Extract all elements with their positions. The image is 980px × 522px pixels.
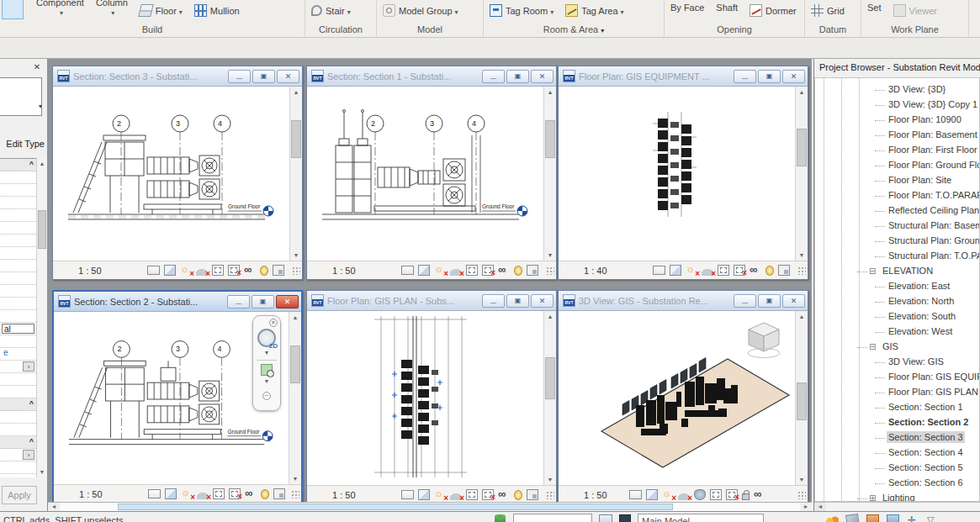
close-button[interactable] — [782, 294, 805, 308]
viewport-canvas[interactable]: ▲ ▼ — [559, 311, 808, 485]
visual-style-icon[interactable] — [670, 265, 681, 276]
resize-grip[interactable] — [797, 491, 806, 499]
properties-scrollbar[interactable]: ▲ ▼ — [36, 158, 47, 477]
temporary-hide-icon[interactable] — [498, 265, 510, 276]
resize-grip[interactable] — [292, 266, 300, 275]
vertical-scrollbar[interactable]: ▲ ▼ — [289, 87, 302, 261]
restore-button[interactable] — [252, 295, 274, 308]
ribbon-button-mullion[interactable]: Mullion — [194, 4, 240, 17]
properties-group-header[interactable]: ^ — [0, 398, 36, 411]
crop-region-icon[interactable] — [229, 488, 241, 499]
ribbon-button-component[interactable]: Component — [36, 0, 84, 18]
restore-button[interactable] — [506, 70, 529, 83]
viewport-titlebar[interactable]: Floor Plan: GIS PLAN - Subs... — [307, 291, 556, 311]
visual-style-icon[interactable] — [418, 489, 430, 500]
tree-item-floor-plan-t-o-parapet[interactable]: Floor Plan: T.O.PARAPET — [815, 187, 979, 203]
active-tool-fragment[interactable] — [2, 0, 24, 19]
viewport-section-3[interactable]: Section: Section 3 - Substati... — [52, 66, 303, 280]
view-scale[interactable]: 1 : 50 — [78, 266, 102, 276]
tree-item-3d-view-3d[interactable]: 3D View: {3D} — [815, 82, 979, 97]
detail-level-icon[interactable] — [147, 266, 160, 275]
viewport-floor-plan-gis-equipment[interactable]: Floor Plan: GIS EQUIPMENT ... ▲ — [558, 66, 808, 280]
properties-group-header[interactable]: ^ — [0, 159, 36, 171]
crop-region-icon[interactable] — [726, 489, 738, 500]
scroll-up-icon[interactable]: ▲ — [290, 87, 302, 98]
reveal-hidden-icon[interactable] — [514, 490, 522, 500]
tree-item-lighting[interactable]: ⊞Lighting — [815, 490, 979, 502]
scroll-up-icon[interactable]: ▲ — [544, 311, 556, 322]
zoom-icon[interactable] — [261, 364, 273, 376]
scrollbar-thumb[interactable] — [291, 120, 301, 158]
shadows-icon[interactable] — [678, 489, 690, 500]
scroll-up-icon[interactable]: ▲ — [37, 158, 47, 169]
minimize-button[interactable] — [482, 70, 505, 83]
detail-level-icon[interactable] — [653, 266, 665, 275]
select-elements-by-face-icon[interactable] — [907, 514, 919, 522]
scrollbar-thumb[interactable] — [545, 357, 555, 399]
ribbon-button-dormer[interactable]: Dormer — [750, 4, 797, 17]
view-scale[interactable]: 1 : 50 — [79, 489, 103, 499]
ribbon-panel-label[interactable]: Model — [377, 21, 483, 38]
ribbon-button-column[interactable]: Column — [96, 0, 128, 18]
restore-button[interactable] — [758, 70, 781, 83]
tree-item-elevation-west[interactable]: Elevation: West — [815, 324, 979, 339]
vertical-scrollbar[interactable]: ▲ ▼ — [543, 311, 556, 485]
tree-item-section-section-4[interactable]: Section: Section 4 — [815, 445, 979, 460]
chevron-down-icon[interactable]: ▼ — [264, 350, 270, 356]
close-icon[interactable]: ✕ — [31, 61, 43, 73]
viewport-section-1[interactable]: Section: Section 1 - Substati... — [306, 66, 557, 280]
vertical-scrollbar[interactable]: ▲ ▼ — [795, 311, 808, 485]
viewport-3d-gis[interactable]: 3D View: GIS - Substation Re... — [558, 290, 808, 504]
tree-item-section-section-2[interactable]: Section: Section 2 — [815, 414, 979, 430]
visual-style-icon[interactable] — [418, 265, 430, 276]
property-link-value[interactable]: e — [0, 348, 36, 361]
expand-icon[interactable]: ⊞ — [869, 491, 879, 502]
tree-item-reflected-ceiling-plan-10[interactable]: Reflected Ceiling Plan: 10 — [815, 203, 979, 218]
detail-level-icon[interactable] — [401, 266, 414, 275]
type-selector[interactable] — [0, 77, 42, 116]
ribbon-panel-label[interactable]: Work Plane — [861, 21, 968, 38]
close-icon[interactable]: ✕ — [269, 319, 278, 327]
worksharing-display-icon[interactable] — [826, 514, 839, 522]
viewport-floor-plan-gis-plan[interactable]: Floor Plan: GIS PLAN - Subs... — [306, 290, 557, 504]
close-button[interactable] — [531, 294, 554, 308]
ribbon-button-tag-room[interactable]: Tag Room — [490, 4, 554, 17]
scroll-left-icon[interactable]: ◂ — [48, 503, 60, 511]
apply-button[interactable]: Apply — [2, 486, 37, 504]
design-option-field[interactable]: Main Model — [638, 514, 764, 522]
crop-view-icon[interactable] — [212, 265, 224, 276]
detail-level-icon[interactable] — [148, 489, 161, 498]
scroll-down-icon[interactable]: ▼ — [796, 250, 808, 261]
ribbon-button-shaft[interactable]: Shaft — [716, 3, 738, 12]
ribbon-panel-label[interactable]: Datum — [805, 21, 861, 38]
ribbon-panel-label[interactable]: Circulation — [305, 21, 376, 38]
minimize-button[interactable] — [482, 294, 505, 308]
viewport-titlebar[interactable]: Section: Section 3 - Substati... — [53, 66, 302, 87]
select-links-icon[interactable] — [845, 514, 860, 522]
reveal-hidden-icon[interactable] — [765, 266, 774, 276]
resize-grip[interactable] — [291, 490, 299, 498]
sun-path-icon[interactable] — [662, 489, 674, 500]
browse-button[interactable]: › — [23, 361, 34, 372]
chevron-down-icon[interactable]: ▾ — [39, 103, 42, 110]
restore-button[interactable] — [506, 294, 529, 308]
select-underlay-elements-icon[interactable] — [866, 514, 879, 522]
collapse-chevron-icon[interactable]: ^ — [29, 399, 34, 408]
view-scale[interactable]: 1 : 40 — [584, 266, 607, 276]
scroll-down-icon[interactable]: ▼ — [37, 467, 47, 477]
temporary-hide-icon[interactable] — [244, 265, 256, 276]
scroll-down-icon[interactable]: ▼ — [544, 250, 556, 261]
collapse-icon[interactable]: ⊟ — [869, 340, 879, 355]
ribbon-button-model-group[interactable]: Model Group — [383, 4, 458, 17]
scrollbar-thumb[interactable] — [545, 120, 555, 158]
visual-style-icon[interactable] — [164, 265, 176, 276]
crop-view-icon[interactable] — [710, 489, 722, 500]
tree-item-3d-view-3d-copy-1[interactable]: 3D View: {3D} Copy 1 — [815, 97, 979, 112]
worksets-icon[interactable] — [495, 514, 506, 522]
temporary-view-properties-icon[interactable] — [273, 488, 285, 499]
tree-item-floor-plan-gis-plan[interactable]: Floor Plan: GIS PLAN — [815, 384, 979, 399]
tree-item-section-section-6[interactable]: Section: Section 6 — [815, 475, 979, 490]
viewport-titlebar[interactable]: Section: Section 2 - Substati... — [54, 292, 301, 312]
view-cube-icon[interactable] — [748, 323, 780, 358]
sun-path-icon[interactable] — [434, 265, 446, 276]
